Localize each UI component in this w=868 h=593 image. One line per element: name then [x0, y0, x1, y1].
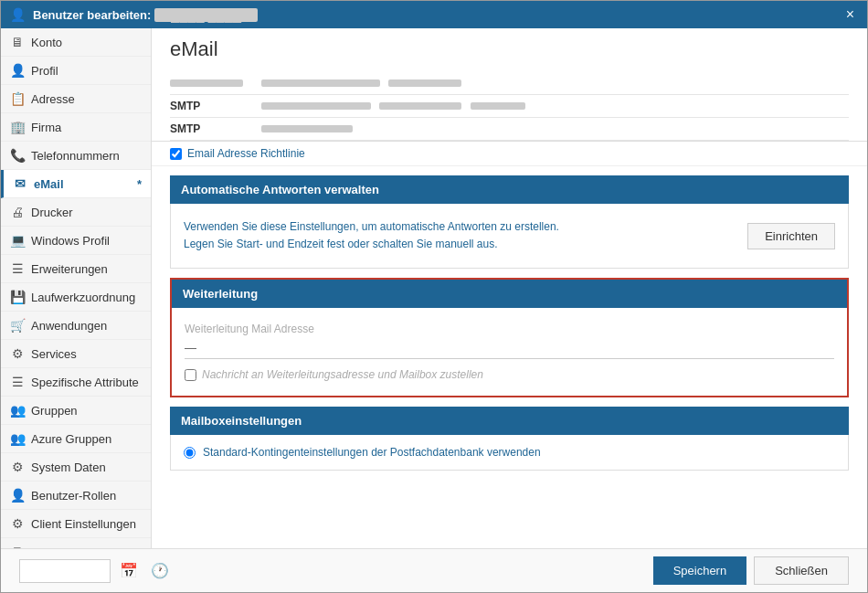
forward-dash: — — [185, 341, 834, 359]
email-icon: ✉ — [13, 176, 27, 191]
page-title-container: eMail — [152, 28, 867, 72]
sidebar-item-windows-profil[interactable]: 💻 Windows Profil — [1, 227, 151, 255]
smtp-table-wrapper: SMTP SMTP — [152, 72, 867, 142]
system-daten-icon: ⚙ — [10, 460, 25, 474]
footer: Jetzt 📅 🕐 Speichern Schließen — [1, 548, 867, 592]
mailbox-header: Mailboxeinstellungen — [170, 407, 849, 435]
spezifische-attribute-icon: ☰ — [10, 375, 25, 389]
services-icon: ⚙ — [10, 346, 25, 361]
sidebar-label-azure-gruppen: Azure Gruppen — [31, 432, 111, 446]
auto-reply-body: Verwenden Sie diese Einstellungen, um au… — [170, 204, 849, 269]
sidebar-label-laufwerkszuordnung: Laufwerkzuordnung — [31, 291, 135, 304]
sidebar-label-spezifische-attribute: Spezifische Attribute — [31, 376, 139, 389]
page-title: eMail — [170, 37, 849, 61]
footer-right: Speichern Schließen — [653, 556, 849, 585]
weiterleitung-body: Weiterleitung Mail Adresse — Nachricht a… — [172, 308, 847, 396]
sidebar-item-erweiterungen[interactable]: ☰ Erweiterungen — [1, 255, 151, 283]
windows-profil-icon: 💻 — [10, 233, 25, 248]
sidebar-label-windows-profil: Windows Profil — [31, 234, 110, 248]
anwendungen-icon: 🛒 — [10, 318, 25, 333]
clock-button[interactable]: 🕐 — [147, 560, 173, 581]
close-button[interactable]: Schließen — [754, 556, 849, 585]
mailbox-radio[interactable] — [184, 447, 196, 459]
telefonnummern-icon: 📞 — [10, 148, 25, 163]
adresse-icon: 📋 — [10, 91, 25, 106]
sidebar-label-services: Services — [31, 347, 77, 361]
email-policy-label: Email Adresse Richtlinie — [187, 147, 305, 160]
calendar-button[interactable]: 📅 — [116, 560, 142, 581]
content-area: eMail — [152, 28, 867, 548]
sidebar: 🖥 Konto 👤 Profil 📋 Adresse 🏢 Firma 📞 Tel… — [1, 28, 152, 548]
erweiterungen-icon: ☰ — [10, 261, 25, 276]
table-row: SMTP — [170, 95, 849, 118]
smtp-label-2: SMTP — [170, 118, 252, 141]
email-policy-row: Email Adresse Richtlinie — [152, 142, 867, 166]
sidebar-label-profil: Profil — [31, 64, 58, 78]
auto-reply-section: Automatische Antworten verwalten Verwend… — [170, 175, 849, 269]
benutzer-rollen-icon: 👤 — [10, 488, 25, 503]
sidebar-item-benutzer-rollen[interactable]: 👤 Benutzer-Rollen — [1, 482, 151, 510]
sidebar-label-adresse: Adresse — [31, 92, 75, 106]
date-input[interactable]: Jetzt — [19, 559, 111, 583]
sidebar-item-historie[interactable]: 🖥 Historie — [1, 538, 151, 548]
gruppen-icon: 👥 — [10, 403, 25, 418]
sidebar-label-konto: Konto — [31, 36, 62, 49]
drucker-icon: 🖨 — [10, 205, 25, 219]
table-row: SMTP — [170, 118, 849, 141]
sidebar-item-client-einstellungen[interactable]: ⚙ Client Einstellungen — [1, 510, 151, 538]
sidebar-label-client-einstellungen: Client Einstellungen — [31, 517, 136, 531]
weiterleitung-section: Weiterleitung Weiterleitung Mail Adresse… — [170, 278, 849, 397]
sidebar-item-gruppen[interactable]: 👥 Gruppen — [1, 397, 151, 425]
sidebar-item-spezifische-attribute[interactable]: ☰ Spezifische Attribute — [1, 368, 151, 397]
azure-gruppen-icon: 👥 — [10, 431, 25, 446]
sidebar-item-adresse[interactable]: 📋 Adresse — [1, 85, 151, 113]
main-window: 👤 Benutzer bearbeiten: ████ ████ × 🖥 Kon… — [0, 0, 868, 593]
content-scroll[interactable]: eMail — [152, 28, 867, 548]
weiterleitung-header: Weiterleitung — [172, 280, 847, 308]
mailbox-body: Standard-Kontingenteinstellungen der Pos… — [170, 435, 849, 471]
title-bar: 👤 Benutzer bearbeiten: ████ ████ × — [1, 1, 867, 28]
sidebar-item-email[interactable]: ✉ eMail * — [1, 170, 151, 198]
footer-left: Jetzt 📅 🕐 — [19, 559, 173, 583]
client-einstellungen-icon: ⚙ — [10, 516, 25, 531]
user-icon: 👤 — [10, 7, 26, 22]
smtp-label-1: SMTP — [170, 95, 252, 118]
sidebar-label-gruppen: Gruppen — [31, 404, 78, 418]
sidebar-label-erweiterungen: Erweiterungen — [31, 262, 108, 276]
konto-icon: 🖥 — [10, 35, 25, 49]
email-policy-checkbox[interactable] — [170, 148, 182, 160]
sidebar-badge-email: * — [137, 177, 142, 191]
mailbox-radio-label: Standard-Kontingenteinstellungen der Pos… — [203, 446, 541, 459]
sidebar-item-laufwerkszuordnung[interactable]: 💾 Laufwerkzuordnung — [1, 283, 151, 312]
save-button[interactable]: Speichern — [653, 556, 747, 585]
forward-checkbox-label: Nachricht an Weiterleitungsadresse und M… — [202, 368, 483, 381]
sidebar-label-email: eMail — [34, 177, 64, 191]
forward-checkbox[interactable] — [185, 369, 196, 381]
sidebar-item-profil[interactable]: 👤 Profil — [1, 57, 151, 85]
sidebar-label-anwendungen: Anwendungen — [31, 319, 107, 333]
auto-reply-text: Verwenden Sie diese Einstellungen, um au… — [184, 218, 559, 253]
forward-mail-label: Weiterleitung Mail Adresse — [185, 323, 834, 335]
einrichten-button[interactable]: Einrichten — [747, 223, 835, 249]
mailbox-section: Mailboxeinstellungen Standard-Kontingent… — [170, 407, 849, 471]
close-window-button[interactable]: × — [842, 6, 858, 23]
sidebar-item-system-daten[interactable]: ⚙ System Daten — [1, 453, 151, 482]
sidebar-label-benutzer-rollen: Benutzer-Rollen — [31, 489, 116, 503]
sidebar-label-telefonnummern: Telefonnummern — [31, 149, 120, 163]
window-title: Benutzer bearbeiten: ████ ████ — [33, 8, 842, 22]
sidebar-item-firma[interactable]: 🏢 Firma — [1, 113, 151, 142]
forward-checkbox-row: Nachricht an Weiterleitungsadresse und M… — [185, 368, 834, 381]
sidebar-label-firma: Firma — [31, 121, 61, 134]
sidebar-item-konto[interactable]: 🖥 Konto — [1, 28, 151, 57]
main-content: 🖥 Konto 👤 Profil 📋 Adresse 🏢 Firma 📞 Tel… — [1, 28, 867, 548]
sidebar-item-azure-gruppen[interactable]: 👥 Azure Gruppen — [1, 425, 151, 453]
smtp-table: SMTP SMTP — [170, 72, 849, 141]
sidebar-item-telefonnummern[interactable]: 📞 Telefonnummern — [1, 142, 151, 170]
sidebar-item-drucker[interactable]: 🖨 Drucker — [1, 198, 151, 227]
sidebar-label-system-daten: System Daten — [31, 461, 106, 474]
sidebar-item-services[interactable]: ⚙ Services — [1, 340, 151, 368]
sidebar-label-drucker: Drucker — [31, 206, 73, 219]
laufwerkszuordnung-icon: 💾 — [10, 290, 25, 304]
firma-icon: 🏢 — [10, 120, 25, 134]
sidebar-item-anwendungen[interactable]: 🛒 Anwendungen — [1, 312, 151, 340]
